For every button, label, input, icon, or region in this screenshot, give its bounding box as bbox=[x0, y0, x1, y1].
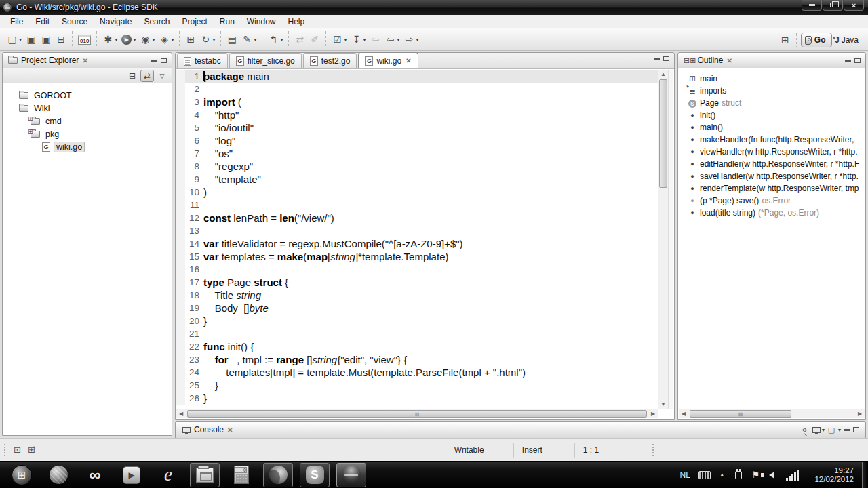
code-editor[interactable]: 1package main23import (4 "http"5 "io/iou… bbox=[176, 70, 658, 409]
outline-item[interactable]: ●editHandler(w http.ResponseWriter, r *h… bbox=[678, 158, 865, 170]
menu-item-project[interactable]: Project bbox=[176, 16, 213, 28]
editor-tab-testabc[interactable]: testabc bbox=[177, 53, 228, 68]
file-explorer-button[interactable] bbox=[190, 463, 220, 487]
clear-button[interactable]: ✐ bbox=[308, 33, 321, 46]
internet-explorer-icon[interactable]: e bbox=[153, 463, 183, 487]
back-to-edit-button[interactable]: ⇦ bbox=[369, 33, 382, 46]
task-list-button[interactable]: ☑▾ bbox=[330, 33, 348, 46]
tree-item-GOROOT[interactable]: GOROOT bbox=[3, 89, 172, 102]
scroll-left-icon[interactable]: ◀ bbox=[679, 409, 688, 419]
new-wizard-button[interactable]: ▢▾ bbox=[5, 33, 23, 46]
media-player-icon[interactable]: ▶ bbox=[117, 463, 146, 487]
minimize-button[interactable] bbox=[802, 0, 822, 11]
menu-item-help[interactable]: Help bbox=[282, 16, 311, 28]
restore-button[interactable] bbox=[823, 0, 843, 11]
project-explorer-tab[interactable]: Project Explorer ✕ bbox=[5, 53, 91, 68]
outline-tab[interactable]: ⊟⊞ Outline ✕ bbox=[681, 53, 735, 68]
outline-item[interactable]: ●saveHandler(w http.ResponseWriter, r *h… bbox=[678, 170, 865, 182]
binary-literals-button[interactable]: 010 bbox=[77, 33, 92, 46]
skype-button[interactable]: S bbox=[300, 463, 330, 487]
run-button[interactable]: ▶▾ bbox=[120, 33, 137, 46]
menu-item-edit[interactable]: Edit bbox=[29, 16, 56, 28]
outline-horizontal-scrollbar[interactable]: ◀ ⦀⦀ ▶ bbox=[679, 409, 865, 418]
outline-item[interactable]: ●main() bbox=[678, 121, 865, 134]
forward-button[interactable]: ⇨▾ bbox=[403, 33, 420, 46]
power-plug-icon[interactable] bbox=[735, 471, 742, 479]
clock[interactable]: 19:27 12/02/2012 bbox=[814, 466, 854, 484]
close-button[interactable]: × bbox=[844, 0, 864, 11]
menu-item-source[interactable]: Source bbox=[56, 16, 94, 28]
outline-item[interactable]: ⊞main bbox=[678, 73, 865, 85]
external-tools-button[interactable]: ◈▾ bbox=[157, 33, 175, 46]
menu-item-window[interactable]: Window bbox=[241, 16, 282, 28]
volume-icon[interactable] bbox=[769, 472, 774, 479]
tree-item-wiki-go[interactable]: Gwiki.go bbox=[3, 140, 172, 153]
menu-item-search[interactable]: Search bbox=[138, 16, 176, 28]
new-element-button[interactable]: ↻▾ bbox=[199, 33, 216, 46]
display-console-button[interactable]: ▾ bbox=[812, 424, 825, 436]
perspective-java-button[interactable]: J Java bbox=[832, 33, 864, 47]
scroll-up-icon[interactable]: ▲ bbox=[658, 70, 668, 79]
minimize-view-button[interactable] bbox=[151, 60, 157, 62]
scroll-right-icon[interactable]: ▶ bbox=[648, 409, 658, 419]
tree-item-Wiki[interactable]: Wiki bbox=[3, 102, 172, 115]
refresh-button[interactable]: ⇄ bbox=[293, 33, 307, 46]
save-button[interactable]: ▣ bbox=[24, 33, 38, 46]
horizontal-scrollbar[interactable]: ◀ ⦀⦀ ▶ bbox=[176, 409, 658, 418]
view-menu-button[interactable]: ▽ bbox=[155, 70, 169, 82]
close-view-icon[interactable]: ✕ bbox=[82, 57, 87, 64]
vertical-scroll-thumb[interactable] bbox=[659, 79, 667, 188]
annotation-pen-button[interactable]: ✎▾ bbox=[240, 33, 258, 46]
scroll-left-icon[interactable]: ◀ bbox=[176, 409, 186, 419]
last-edit-location-button[interactable]: ↰▾ bbox=[267, 33, 284, 46]
open-console-button[interactable]: ▢▾ bbox=[827, 424, 840, 436]
editor-tab-filter_slice-go[interactable]: Gfilter_slice.go bbox=[229, 53, 302, 68]
action-center-flag-icon[interactable]: ⚑ bbox=[752, 470, 760, 480]
save-all-button[interactable]: ▣ bbox=[39, 33, 53, 46]
open-perspective-button[interactable]: ⊞ bbox=[778, 34, 792, 46]
outline-scroll-thumb[interactable]: ⦀⦀ bbox=[690, 410, 791, 418]
show-desktop-button[interactable] bbox=[862, 462, 868, 488]
scroll-right-icon[interactable]: ▶ bbox=[855, 409, 865, 419]
firefox-button[interactable] bbox=[263, 463, 293, 487]
tree-item-cmd[interactable]: cmd bbox=[3, 115, 172, 127]
close-tab-icon[interactable]: ✕ bbox=[406, 57, 411, 64]
outline-item[interactable]: SPagestruct bbox=[678, 97, 865, 109]
maximize-view-button[interactable] bbox=[854, 58, 861, 63]
outline-item[interactable]: ≣imports bbox=[678, 85, 865, 97]
keyboard-icon[interactable] bbox=[698, 471, 711, 479]
minimize-editor-button[interactable] bbox=[654, 58, 660, 60]
maximize-editor-button[interactable] bbox=[663, 56, 669, 61]
outline-item[interactable]: ●(p *Page) save()os.Error bbox=[678, 195, 865, 207]
minimize-view-button[interactable] bbox=[844, 429, 850, 431]
editor-tab-test2-go[interactable]: Gtest2.go bbox=[303, 53, 357, 68]
next-annotation-button[interactable]: ↧▾ bbox=[350, 33, 368, 46]
perspective-go-button[interactable]: Go bbox=[801, 33, 832, 47]
close-view-icon[interactable]: ✕ bbox=[227, 426, 233, 434]
eclipse-button[interactable] bbox=[336, 463, 366, 487]
print-button[interactable]: ⊟ bbox=[54, 33, 68, 46]
horizontal-scroll-thumb[interactable]: ⦀⦀ bbox=[187, 410, 647, 418]
outline-item[interactable]: ●init() bbox=[678, 109, 865, 121]
tree-item-pkg[interactable]: pkg bbox=[3, 127, 172, 140]
menu-item-run[interactable]: Run bbox=[214, 16, 241, 28]
open-resource-button[interactable]: ▤ bbox=[225, 33, 239, 46]
vertical-scrollbar[interactable]: ▲ ▼ bbox=[658, 70, 668, 409]
new-project-button[interactable]: ⊞ bbox=[184, 33, 197, 46]
back-button[interactable]: ⇦▾ bbox=[384, 33, 401, 46]
outline-item[interactable]: ●renderTemplate(w http.ResponseWriter, t… bbox=[678, 182, 865, 195]
hidden-icons-chevron[interactable]: ▲ bbox=[719, 472, 725, 478]
infinity-app-icon[interactable]: ∞ bbox=[80, 463, 110, 487]
outline-item[interactable]: ●load(title string)(*Page, os.Error) bbox=[678, 207, 865, 219]
fast-view-button[interactable]: ⊡ bbox=[14, 445, 21, 455]
outline-item[interactable]: ●makeHandler(fn func(http.ResponseWriter… bbox=[678, 134, 865, 146]
show-view-button[interactable]: ⊞⃗ bbox=[28, 445, 35, 455]
menu-item-file[interactable]: File bbox=[4, 16, 29, 28]
console-tab[interactable]: Console ✕ bbox=[180, 422, 235, 438]
outline-item[interactable]: ●viewHandler(w http.ResponseWriter, r *h… bbox=[678, 146, 865, 158]
maximize-view-button[interactable] bbox=[161, 58, 167, 63]
start-button[interactable]: ⊞ bbox=[7, 463, 37, 487]
editor-tab-wiki-go[interactable]: Gwiki.go✕ bbox=[358, 52, 418, 68]
debug-button[interactable]: ✱▾ bbox=[101, 33, 119, 46]
network-signal-icon[interactable] bbox=[786, 470, 800, 481]
